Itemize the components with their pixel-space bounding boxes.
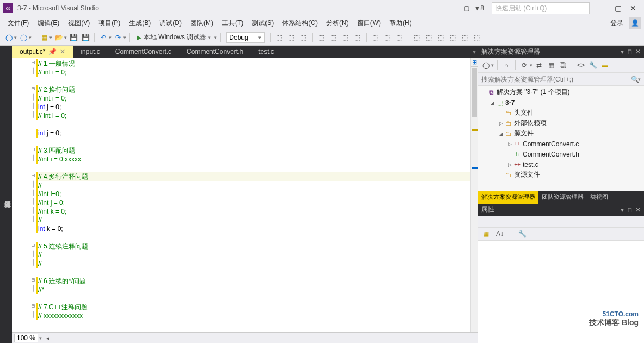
panel-close-icon[interactable]: ✕ <box>635 206 641 214</box>
solution-tree[interactable]: ⧉解决方案 "3-7" (1 个项目) ◢⬚3-7 🗀头文件 ▷🗀外部依赖项 ◢… <box>478 86 644 191</box>
right-panel-area: 解决方案资源管理器 ▾⊓✕ ◯▾ ⌂ ⟳▾ ⇄ ▦ ⿻ <> 🔧 ▬ 🔍▾ ⧉解… <box>478 46 644 343</box>
new-project-button[interactable]: ▦ <box>39 32 49 43</box>
nav-forward-button[interactable]: ◯ <box>18 32 29 43</box>
se-showall-button[interactable]: ▦ <box>546 60 556 71</box>
config-dropdown[interactable]: Debug▾ <box>226 32 264 43</box>
menu-analyze[interactable]: 分析(N) <box>322 18 353 28</box>
tree-headers-folder[interactable]: 🗀头文件 <box>478 108 644 118</box>
editor-tab-test[interactable]: test.c <box>251 46 282 58</box>
se-sync-button[interactable]: ⟳ <box>519 60 530 71</box>
properties-object-dropdown[interactable] <box>478 216 644 228</box>
toolbar-btn-c[interactable]: ⬚ <box>298 32 309 43</box>
split-button[interactable]: ⊞ <box>471 58 478 67</box>
alphabetical-button[interactable]: A↓ <box>494 228 505 239</box>
toolbar-btn-k[interactable]: ⬚ <box>412 32 423 43</box>
se-preview-button[interactable]: ▬ <box>599 60 610 71</box>
toolbar-btn-b[interactable]: ⬚ <box>286 32 297 43</box>
redo-button[interactable]: ↷ <box>113 32 123 43</box>
toolbar-btn-f[interactable]: ⬚ <box>340 32 351 43</box>
properties-grid[interactable] <box>478 241 644 344</box>
property-pages-button[interactable]: 🔧 <box>517 228 528 239</box>
start-debug-button[interactable]: ▶ 本地 Windows 调试器 ▾ <box>133 33 214 42</box>
menu-build[interactable]: 生成(B) <box>125 18 155 28</box>
scrollbar-thumb[interactable] <box>472 68 477 117</box>
se-back-button[interactable]: ◯ <box>480 60 491 71</box>
zoom-dropdown[interactable]: 100 % <box>14 334 38 342</box>
toolbar-btn-g[interactable]: ⬚ <box>352 32 363 43</box>
tree-file-cc-c[interactable]: ▷++CommentConvert.c <box>478 139 644 149</box>
menu-test[interactable]: 测试(S) <box>247 18 278 28</box>
menu-bar: 文件(F) 编辑(E) 视图(V) 项目(P) 生成(B) 调试(D) 团队(M… <box>0 16 644 29</box>
editor-tab-output[interactable]: output.c* 📌 ✕ <box>12 46 73 58</box>
toolbar-btn-a[interactable]: ⬚ <box>274 32 285 43</box>
menu-edit[interactable]: 编辑(E) <box>33 18 64 28</box>
tree-external-folder[interactable]: ▷🗀外部依赖项 <box>478 118 644 128</box>
se-copy-button[interactable]: ⿻ <box>558 60 568 71</box>
toolbar-btn-j[interactable]: ⬚ <box>394 32 405 43</box>
menu-debug[interactable]: 调试(D) <box>155 18 186 28</box>
vertical-scrollbar[interactable]: ⊞ <box>470 58 478 332</box>
save-all-button[interactable]: 💾 <box>80 32 91 43</box>
toolbar-btn-n[interactable]: ⬚ <box>448 32 459 43</box>
editor-tab-cc-h[interactable]: CommentConvert.h <box>179 46 251 58</box>
tree-sources-folder[interactable]: ◢🗀源文件 <box>478 128 644 139</box>
toolbar-btn-p[interactable]: ⬚ <box>472 32 482 43</box>
tab-overflow-button[interactable]: ▾ <box>470 46 478 58</box>
toolbar-btn-h[interactable]: ⬚ <box>370 32 381 43</box>
notifications-flag-icon[interactable]: ▼8 <box>474 4 484 12</box>
se-home-button[interactable]: ⌂ <box>501 60 512 71</box>
close-button[interactable]: ✕ <box>626 4 641 13</box>
feedback-icon[interactable]: ▢ <box>463 4 469 12</box>
tree-resources-folder[interactable]: 🗀资源文件 <box>478 170 644 180</box>
menu-window[interactable]: 窗口(W) <box>353 18 385 28</box>
save-button[interactable]: 💾 <box>68 32 79 43</box>
se-properties-button[interactable]: 🔧 <box>587 60 598 71</box>
nav-back-button[interactable]: ◯ <box>3 32 14 43</box>
se-refresh-button[interactable]: ⇄ <box>534 60 544 71</box>
se-code-button[interactable]: <> <box>575 60 586 71</box>
minimize-button[interactable]: — <box>595 4 610 13</box>
tree-file-cc-h[interactable]: hCommentConvert.h <box>478 149 644 159</box>
title-bar: ∞ 3-7 - Microsoft Visual Studio ▢ ▼8 快速启… <box>0 0 644 16</box>
code-editor[interactable]: ⊟│⊟│││⊟│⊟│││││⊟││⊟│⊟│ // 1.一般情况// int i … <box>12 58 478 332</box>
toolbar-btn-i[interactable]: ⬚ <box>382 32 393 43</box>
toolbar-btn-l[interactable]: ⬚ <box>424 32 435 43</box>
hsb-left[interactable]: ◂ <box>46 334 49 342</box>
panel-close-icon[interactable]: ✕ <box>635 48 641 55</box>
panel-pin-icon[interactable]: ⊓ <box>627 206 632 214</box>
tree-project-node[interactable]: ◢⬚3-7 <box>478 97 644 108</box>
play-icon: ▶ <box>137 34 141 41</box>
editor-tab-input[interactable]: input.c <box>73 46 107 58</box>
maximize-button[interactable]: ▢ <box>610 4 626 13</box>
sign-in-link[interactable]: 登录 <box>610 18 623 28</box>
tree-file-test[interactable]: ▷++test.c <box>478 159 644 170</box>
menu-architecture[interactable]: 体系结构(C) <box>278 18 322 28</box>
tab-solution-explorer[interactable]: 解决方案资源管理器 <box>478 191 538 204</box>
se-search-input[interactable] <box>481 76 631 83</box>
categorized-button[interactable]: ▦ <box>480 228 491 239</box>
panel-dropdown-icon[interactable]: ▾ <box>621 206 624 214</box>
panel-dropdown-icon[interactable]: ▾ <box>621 48 624 55</box>
toolbar-btn-e[interactable]: ⬚ <box>328 32 339 43</box>
close-icon[interactable]: ✕ <box>60 48 65 55</box>
pin-icon[interactable]: 📌 <box>48 48 57 55</box>
menu-tools[interactable]: 工具(T) <box>218 18 247 28</box>
toolbar-btn-o[interactable]: ⬚ <box>460 32 470 43</box>
toolbar-btn-m[interactable]: ⬚ <box>436 32 447 43</box>
undo-button[interactable]: ↶ <box>98 32 109 43</box>
quick-launch-input[interactable]: 快速启动 (Ctrl+Q) <box>492 2 590 14</box>
panel-pin-icon[interactable]: ⊓ <box>627 48 632 55</box>
menu-view[interactable]: 视图(V) <box>64 18 94 28</box>
menu-file[interactable]: 文件(F) <box>3 18 33 28</box>
avatar-icon[interactable]: 👤 <box>629 17 641 29</box>
toolbar-btn-d[interactable]: ⬚ <box>316 32 327 43</box>
tab-team-explorer[interactable]: 团队资源管理器 <box>538 191 587 204</box>
tab-class-view[interactable]: 类视图 <box>587 191 611 204</box>
menu-help[interactable]: 帮助(H) <box>385 18 416 28</box>
solution-explorer-search[interactable]: 🔍▾ <box>478 73 644 86</box>
open-file-button[interactable]: 📂 <box>53 32 64 43</box>
tree-solution-node[interactable]: ⧉解决方案 "3-7" (1 个项目) <box>478 87 644 97</box>
editor-tab-cc-c[interactable]: CommentConvert.c <box>108 46 179 58</box>
menu-team[interactable]: 团队(M) <box>186 18 218 28</box>
menu-project[interactable]: 项目(P) <box>94 18 125 28</box>
